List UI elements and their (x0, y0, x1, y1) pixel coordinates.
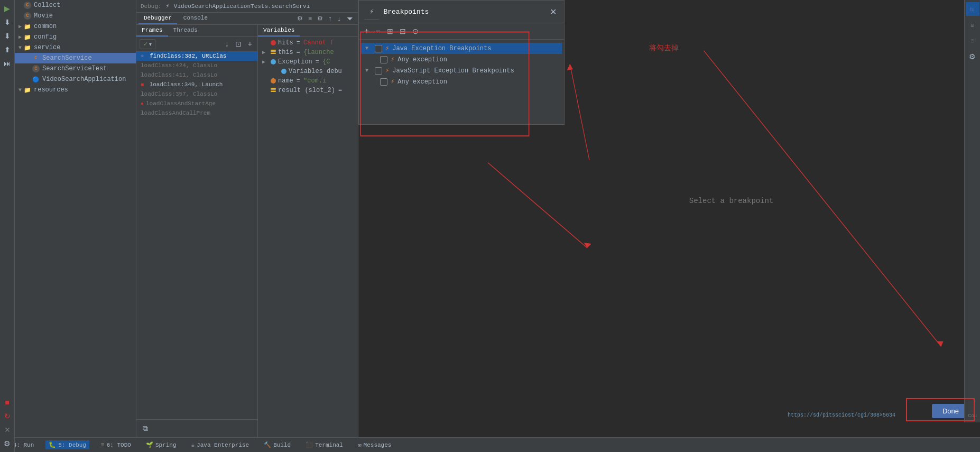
frames-filter-btn[interactable]: ⊡ (233, 39, 244, 49)
frames-pane: Frames Threads ✓ ▾ ↓ ⊡ + (136, 25, 258, 437)
var-value-name: "com.i (303, 77, 326, 85)
tab-frames[interactable]: Frames (136, 25, 168, 36)
mute-breakpoints-btn[interactable]: ✕ (1, 423, 14, 436)
resume-btn[interactable]: ▶ (1, 2, 14, 15)
sidebar-btn-3[interactable]: ≡ (966, 34, 979, 48)
tab-variables[interactable]: Variables (258, 25, 300, 36)
bp-checkbox-java-any[interactable] (380, 56, 387, 63)
frame-label: loadClassAndCallPrem (141, 110, 210, 116)
toolbar-expand-btn[interactable]: ⏷ (344, 13, 356, 24)
debug-label: Debug: (141, 3, 162, 10)
status-debug[interactable]: 🐛 5: Debug (45, 440, 89, 449)
status-build[interactable]: 🔨 Build (261, 440, 294, 449)
tree-item-service[interactable]: ▼ 📁 service (15, 42, 136, 53)
frames-down-btn[interactable]: ↓ (223, 39, 231, 49)
var-value-exception: {C (322, 58, 330, 66)
tree-item-resources[interactable]: ▼ 📁 resources (15, 85, 136, 95)
step-out-btn[interactable]: ⬆ (1, 43, 14, 56)
bp-collapse-java: ▼ (365, 45, 372, 51)
toolbar-step-over-btn[interactable]: ↑ (326, 13, 334, 24)
run-to-cursor-btn[interactable]: ⏭ (1, 57, 14, 70)
frame-item[interactable]: ● loadClassAndStartAge (136, 99, 257, 108)
bp-item-java[interactable]: ▼ ⚡ Java Exception Breakpoints (361, 43, 562, 54)
bp-label-js: JavaScript Exception Breakpoints (392, 67, 514, 75)
dialog-title: Breakpoints (383, 8, 543, 16)
bp-item-js[interactable]: ▼ ⚡ JavaScript Exception Breakpoints (361, 65, 562, 76)
frame-item[interactable]: loadClass:424, ClassLo (136, 61, 257, 70)
copy-btn[interactable]: ⧉ (141, 423, 150, 434)
bp-checkbox-java[interactable] (375, 45, 382, 52)
bp-remove-btn[interactable]: − (374, 25, 381, 37)
top-area: ▶ ⬇ ⬇ ⬆ ⏭ ■ ↻ ✕ ⚙ C Collect C Movie (0, 0, 980, 437)
filter-btn[interactable]: ✓ ▾ (140, 39, 155, 49)
bp-checkbox-js[interactable] (375, 67, 382, 75)
bp-sub-java-any[interactable]: ⚡ Any exception (361, 54, 562, 65)
palette-icon-btn[interactable]: tu (966, 2, 979, 16)
tree-label: SearchServiceTest (42, 65, 107, 72)
debug-header: Debug: ⚡ VideoSearchApplicationTests.sea… (136, 0, 358, 13)
tree-label: service (34, 44, 60, 51)
var-name-result: result (slot_2) (278, 87, 335, 94)
spring-icon: 🌱 (146, 441, 153, 448)
bp-sub-js-any[interactable]: ⚡ Any exception (361, 76, 562, 87)
bp-lightning-icon-js: ⚡ (385, 67, 389, 75)
bp-label-any: Any exception (397, 56, 447, 63)
right-sidebar: tu ≡ ≡ ⚙ Cou (964, 0, 980, 422)
frame-item[interactable]: ● findClass:382, URLClas (136, 51, 257, 61)
toolbar-filter-btn[interactable]: ⚙ (295, 14, 305, 23)
bp-add-btn[interactable]: + (363, 25, 370, 37)
folder-icon: 📁 (23, 43, 32, 52)
tab-threads[interactable]: Threads (168, 25, 203, 36)
tab-console[interactable]: Console (178, 13, 213, 24)
tab-debugger[interactable]: Debugger (138, 13, 177, 24)
dialog-content: ▼ ⚡ Java Exception Breakpoints ⚡ Any exc… (359, 40, 564, 124)
tree-item-videosearch[interactable]: 🔵 VideoSearchApplication (15, 74, 136, 85)
tree-item-movie[interactable]: C Movie (15, 11, 136, 21)
var-expand-arrow[interactable]: ▶ (262, 59, 269, 65)
tree-label: Movie (34, 12, 53, 20)
svg-marker-2 (584, 243, 591, 248)
toolbar-layout-btn[interactable]: ≡ (306, 14, 314, 23)
var-type-dot (271, 88, 276, 93)
toolbar-settings-btn[interactable]: ⚙ (315, 14, 325, 23)
bp-lightning-icon-js-sub: ⚡ (391, 78, 394, 86)
rerun-btn[interactable]: ↻ (1, 410, 14, 422)
folder-icon: 📁 (23, 86, 32, 94)
frame-item[interactable]: loadClass:357, ClassLo (136, 89, 257, 99)
tree-item-collect[interactable]: C Collect (15, 0, 136, 11)
step-over-btn[interactable]: ⬇ (1, 16, 14, 29)
status-java-enterprise[interactable]: ☕ Java Enterprise (188, 440, 252, 449)
tree-item-searchservicetest[interactable]: C SearchServiceTest (15, 63, 136, 74)
toolbar-step-down-btn[interactable]: ↓ (335, 13, 343, 24)
bp-checkbox-js-any[interactable] (380, 78, 387, 86)
terminal-icon: ⬛ (306, 441, 313, 448)
frames-add-btn[interactable]: + (246, 39, 254, 49)
select-breakpoint-text: Select a breakpoint (689, 197, 774, 205)
sidebar-settings[interactable]: ⚙ (966, 50, 979, 63)
spring-label: Spring (155, 442, 177, 448)
status-todo[interactable]: ≡ 6: TODO (98, 441, 134, 449)
status-spring[interactable]: 🌱 Spring (143, 440, 180, 449)
var-expand-arrow[interactable]: ▶ (262, 49, 269, 56)
var-type-dot (281, 69, 286, 74)
status-messages[interactable]: ✉ Messages (355, 440, 394, 449)
tree-item-config[interactable]: ▶ 📁 config (15, 32, 136, 42)
frame-label: loadClassAndStartAge (146, 100, 216, 107)
bp-group-btn[interactable]: ⊞ (386, 26, 394, 36)
frame-item[interactable]: ■ loadClass:349, Launch (136, 80, 257, 89)
status-terminal[interactable]: ⬛ Terminal (302, 440, 346, 449)
bp-lightning-icon: ⚡ (385, 44, 389, 52)
step-into-btn[interactable]: ⬇ (1, 30, 14, 42)
sidebar-btn-2[interactable]: ≡ (966, 18, 979, 32)
var-toolbar: ✓ ▾ ↓ ⊡ + (136, 37, 257, 51)
bp-expand-btn[interactable]: ⊟ (399, 26, 407, 36)
frame-item[interactable]: loadClassAndCallPrem (136, 108, 257, 118)
bp-label-js-any: Any exception (397, 78, 447, 86)
var-eq: = (338, 87, 342, 94)
bp-options-btn[interactable]: ⊙ (411, 26, 420, 36)
tree-item-searchservice[interactable]: C SearchService (15, 53, 136, 63)
tree-item-common[interactable]: ▶ 📁 common (15, 21, 136, 32)
dialog-close-btn[interactable]: ✕ (548, 7, 559, 17)
frame-item[interactable]: loadClass:411, ClassLo (136, 70, 257, 80)
stop-btn[interactable]: ■ (1, 396, 14, 409)
